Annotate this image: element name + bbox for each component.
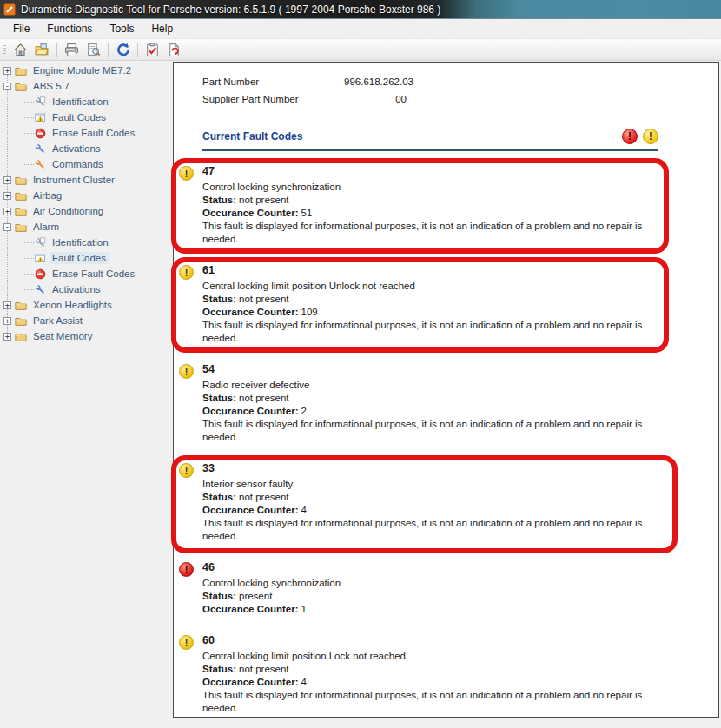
refresh-icon [116,43,130,57]
home-icon [13,43,28,57]
tree-item-abs-57[interactable]: - ABS 5.7 [0,78,172,94]
status-label: Status: [202,195,236,205]
section-title: Current Fault Codes [202,130,622,142]
fault-entry: ! 47 Control locking synchronization Sta… [179,165,654,246]
tree-item-label: Xenon Headlights [30,299,115,311]
print-button[interactable] [62,41,82,59]
tree-item-xenon-headlights[interactable]: + Xenon Headlights [0,297,172,313]
fault-code: 33 [202,462,654,474]
expand-icon[interactable]: + [3,301,11,309]
expand-icon[interactable]: + [3,176,11,184]
open-file-button[interactable] [32,41,52,59]
tree-item-erase-fault-codes-alarm[interactable]: Erase Fault Codes [0,266,172,281]
warning-icon: ! [179,364,194,379]
tree-item-label: Fault Codes [50,252,109,264]
fault-codes-icon [35,253,46,264]
toolbar-separator [137,43,138,57]
tree-item-engine-module-me72[interactable]: + Engine Module ME7.2 [0,63,172,78]
tree-item-label: Erase Fault Codes [50,268,137,280]
fault-note: This fault is displayed for informationa… [202,418,654,444]
section-header: Current Fault Codes ! ! [202,129,658,144]
expand-icon[interactable]: + [3,208,11,215]
tree-item-alarm[interactable]: - Alarm [0,219,172,235]
menu-help[interactable]: Help [142,20,182,37]
status-value: not present [239,492,289,502]
tree-item-commands[interactable]: Commands [0,156,172,172]
exclamation-glyph: ! [185,268,189,278]
counter-value: 51 [301,208,313,218]
exclamation-glyph: ! [649,130,652,142]
counter-label: Occurance Counter: [202,677,299,687]
tree-item-activations[interactable]: Activations [0,141,172,156]
menu-bar: File Functions Tools Help [0,19,721,39]
expand-icon[interactable]: + [3,67,11,75]
expand-icon[interactable]: + [3,317,11,325]
fault-counter-row: Occurance Counter:2 [202,405,654,418]
tree-item-identification[interactable]: Identification [0,94,172,109]
collapse-icon[interactable]: - [3,83,11,90]
tree-item-activations-alarm[interactable]: Activations [0,281,172,297]
fault-note: This fault is displayed for informationa… [202,689,654,715]
tree-item-label: Alarm [30,221,62,233]
tree-item-label: Identification [50,236,111,248]
tree-item-airbag[interactable]: + Airbag [0,188,172,203]
expand-icon[interactable]: + [3,192,11,200]
print-preview-button[interactable] [83,41,103,59]
window-title: Durametric Diagnostic Tool for Porsche v… [21,3,440,16]
app-window: Durametric Diagnostic Tool for Porsche v… [0,0,721,728]
counter-value: 109 [301,307,318,317]
tree-item-park-assist[interactable]: + Park Assist [0,313,172,328]
tree-item-label: Activations [50,142,103,155]
fault-code: 61 [202,264,654,276]
fault-entry: ! 46 Control locking synchronization Sta… [179,561,654,616]
tree-item-label: Fault Codes [50,111,109,123]
print-icon [64,43,79,57]
status-value: not present [239,195,289,205]
toolbar [0,39,721,61]
tree-item-label: Activations [50,283,103,295]
menu-functions[interactable]: Functions [38,20,101,37]
tree-item-identification-alarm[interactable]: Identification [0,235,172,250]
tree-item-label: Air Conditioning [30,205,106,217]
home-button[interactable] [10,41,30,59]
tree-item-fault-codes[interactable]: Fault Codes [0,109,172,125]
erase-icon [35,128,46,139]
print-preview-icon [86,43,101,57]
identification-icon [35,96,46,108]
tree-item-label: Commands [50,158,106,170]
counter-label: Occurance Counter: [202,406,299,416]
fault-status-row: Status:not present [202,663,654,676]
fault-entry: ! 60 Central locking limit position Lock… [179,634,654,715]
fault-note: This fault is displayed for informationa… [202,319,654,345]
tree-item-erase-fault-codes[interactable]: Erase Fault Codes [0,125,172,141]
menu-file[interactable]: File [4,20,38,37]
fault-description: Control locking synchronization [202,577,654,590]
tree-item-instrument-cluster[interactable]: + Instrument Cluster [0,172,172,188]
expand-icon[interactable]: + [3,333,11,341]
exclamation-glyph: ! [185,565,189,575]
counter-value: 4 [301,505,307,515]
tree-item-label: Identification [50,96,111,108]
refresh-button[interactable] [113,41,133,59]
tree-item-seat-memory[interactable]: + Seat Memory [0,328,172,344]
folder-icon [15,81,27,92]
report-button[interactable] [142,41,162,59]
tree-item-air-conditioning[interactable]: + Air Conditioning [0,203,172,219]
folder-icon [15,175,27,186]
title-bar[interactable]: Durametric Diagnostic Tool for Porsche v… [0,0,721,19]
collapse-icon[interactable]: - [3,223,11,231]
folder-icon [15,222,27,233]
fault-counter-row: Occurance Counter:1 [202,603,654,616]
tree-item-fault-codes-alarm[interactable]: Fault Codes [0,250,172,266]
warning-icon: ! [179,463,194,478]
toolbar-grip[interactable] [3,43,6,57]
part-number-value: 996.618.262.03 [344,76,407,87]
export-report-button[interactable] [164,41,184,59]
toolbar-separator [56,43,57,57]
menu-tools[interactable]: Tools [101,20,142,37]
error-badge-icon: ! [622,129,638,144]
wrench-icon [35,284,46,295]
tree-item-label: Airbag [30,189,64,202]
tree-item-label: Erase Fault Codes [50,127,137,139]
part-number-label: Part Number [202,76,344,87]
